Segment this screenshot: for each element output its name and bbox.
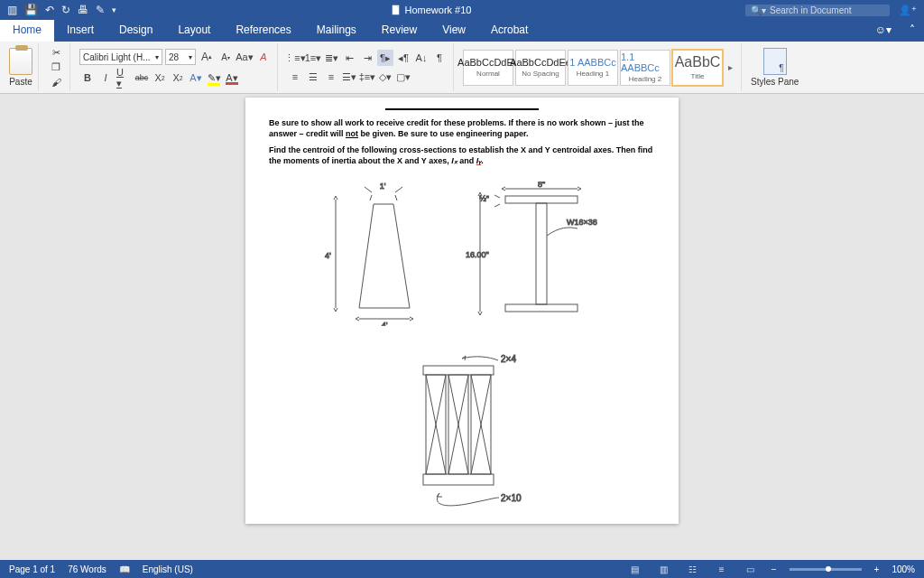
cut-icon[interactable]: ✂ [48,45,64,60]
web-layout-icon[interactable]: ☷ [685,563,701,575]
tab-acrobat[interactable]: Acrobat [478,20,541,42]
title-bar: ▥ 💾 ↶ ↻ 🖶 ✎ ▾ Homework #10 🔍▾ Search in … [0,0,924,20]
share-icon[interactable]: 👤⁺ [899,5,917,16]
styles-pane-button[interactable] [763,48,787,75]
justify-icon[interactable]: ☰▾ [341,69,357,85]
multilevel-icon[interactable]: ≣▾ [323,50,339,66]
svg-line-13 [494,204,500,207]
word-count[interactable]: 76 Words [68,564,106,574]
rtl-icon[interactable]: ◂¶ [395,50,411,66]
strikethrough-button[interactable]: abc [134,70,150,86]
font-family-select[interactable]: Calibri Light (H...▾ [79,49,162,65]
numbering-icon[interactable]: 1≡▾ [305,50,321,66]
styles-more-icon[interactable]: ▸ [725,62,735,72]
undo-icon[interactable]: ↶ [45,4,54,16]
svg-text:1': 1' [380,182,386,191]
svg-text:W16×36: W16×36 [567,218,597,227]
format-painter-icon[interactable]: 🖌 [48,75,64,89]
paste-button[interactable] [9,48,32,75]
bold-button[interactable]: B [79,70,96,86]
zoom-slider[interactable] [790,568,862,571]
subscript-button[interactable]: X2 [152,70,168,86]
change-case-icon[interactable]: Aa▾ [236,49,253,65]
page-indicator[interactable]: Page 1 of 1 [9,564,55,574]
zoom-out-button[interactable]: − [772,564,777,574]
tab-review[interactable]: Review [369,20,430,42]
font-color-icon[interactable]: A▾ [224,70,240,86]
grow-font-icon[interactable]: A▴ [199,49,215,65]
sidebar-toggle-icon[interactable]: ▥ [7,4,17,16]
underline-button[interactable]: U ▾ [116,70,132,86]
feedback-icon[interactable]: ☺▾ [866,20,901,42]
align-right-icon[interactable]: ≡ [323,69,339,85]
svg-text:16.00": 16.00" [466,250,489,259]
svg-rect-31 [423,474,494,485]
dec-indent-icon[interactable]: ⇤ [341,50,357,66]
svg-text:4': 4' [382,321,388,326]
search-input[interactable]: 🔍▾ Search in Document [745,5,890,16]
tab-mailings[interactable]: Mailings [304,20,369,42]
superscript-button[interactable]: X2 [170,70,186,86]
inc-indent-icon[interactable]: ⇥ [359,50,375,66]
document-title: Homework #10 [124,5,738,15]
tab-view[interactable]: View [430,20,478,42]
borders-icon[interactable]: ▢▾ [395,69,411,85]
styles-pane-label: Styles Pane [751,77,799,87]
show-para-icon[interactable]: ¶ [431,50,448,66]
style-heading2[interactable]: 1.1 AABBCcHeading 2 [620,50,670,86]
font-group: Calibri Light (H...▾ 28▾ A▴ A▾ Aa▾ A B I… [74,43,278,91]
line-spacing-icon[interactable]: ‡≡▾ [359,69,375,85]
draft-view-icon[interactable]: ▭ [743,563,759,575]
font-size-select[interactable]: 28▾ [165,49,196,65]
text-effects-icon[interactable]: A▾ [188,70,204,86]
paragraph-group: ⋮≡▾ 1≡▾ ≣▾ ⇤ ⇥ ¶▸ ◂¶ A↓ ¶ ≡ ☰ ≡ ☰▾ ‡≡▾ ◇… [282,43,454,91]
zoom-level[interactable]: 100% [892,564,915,574]
qat-more-icon[interactable]: ▾ [112,5,116,14]
bullets-icon[interactable]: ⋮≡▾ [287,50,303,66]
svg-text:½": ½" [479,194,489,203]
outline-view-icon[interactable]: ≡ [714,563,730,575]
shrink-font-icon[interactable]: A▾ [217,49,234,65]
align-center-icon[interactable]: ☰ [305,69,321,85]
svg-text:4': 4' [325,251,331,260]
tab-references[interactable]: References [223,20,303,42]
redo-icon[interactable]: ↻ [61,4,70,16]
focus-view-icon[interactable]: ▤ [627,563,643,575]
ribbon: Paste ✂ ❐ 🖌 Calibri Light (H...▾ 28▾ A▴ … [0,42,924,94]
svg-text:8": 8" [538,182,545,189]
spellcheck-icon[interactable]: 📖 [119,564,130,574]
print-layout-icon[interactable]: ▥ [656,563,672,575]
highlight-icon[interactable]: ✎▾ [206,70,222,86]
style-heading1[interactable]: 1 AABBCcHeading 1 [568,50,618,86]
ltr-icon[interactable]: ¶▸ [377,50,393,66]
style-normal[interactable]: AaBbCcDdEeNormal [463,50,513,86]
language-indicator[interactable]: English (US) [143,564,193,574]
svg-line-4 [365,187,372,192]
collapse-ribbon-icon[interactable]: ˄ [901,20,924,42]
document-title-text: Homework #10 [405,5,472,15]
svg-rect-15 [536,203,547,304]
italic-button[interactable]: I [97,70,114,86]
edit-icon[interactable]: ✎ [96,4,105,16]
save-icon[interactable]: 💾 [24,4,38,16]
tab-home[interactable]: Home [0,20,54,42]
title-right: 🔍▾ Search in Document 👤⁺ [738,5,924,16]
tab-insert[interactable]: Insert [54,20,106,42]
style-title[interactable]: AaBbCTitle [672,50,723,86]
shading-icon[interactable]: ◇▾ [377,69,393,85]
tab-layout[interactable]: Layout [165,20,223,42]
styles-pane-group: Styles Pane [745,43,804,91]
status-bar: Page 1 of 1 76 Words 📖 English (US) ▤ ▥ … [0,560,924,578]
clear-format-icon[interactable]: A [255,49,272,65]
svg-rect-21 [423,366,494,375]
align-left-icon[interactable]: ≡ [287,69,303,85]
style-nospacing[interactable]: AaBbCcDdEeNo Spacing [515,50,566,86]
sort-icon[interactable]: A↓ [413,50,430,66]
paragraph-1: Be sure to show all work to receive cred… [269,117,655,139]
zoom-in-button[interactable]: + [874,564,880,574]
copy-icon[interactable]: ❐ [48,60,64,74]
document-area[interactable]: Be sure to show all work to receive cred… [0,94,924,560]
print-icon[interactable]: 🖶 [78,4,88,16]
tab-design[interactable]: Design [106,20,165,42]
clipboard-tools: ✂ ❐ 🖌 [42,43,70,91]
